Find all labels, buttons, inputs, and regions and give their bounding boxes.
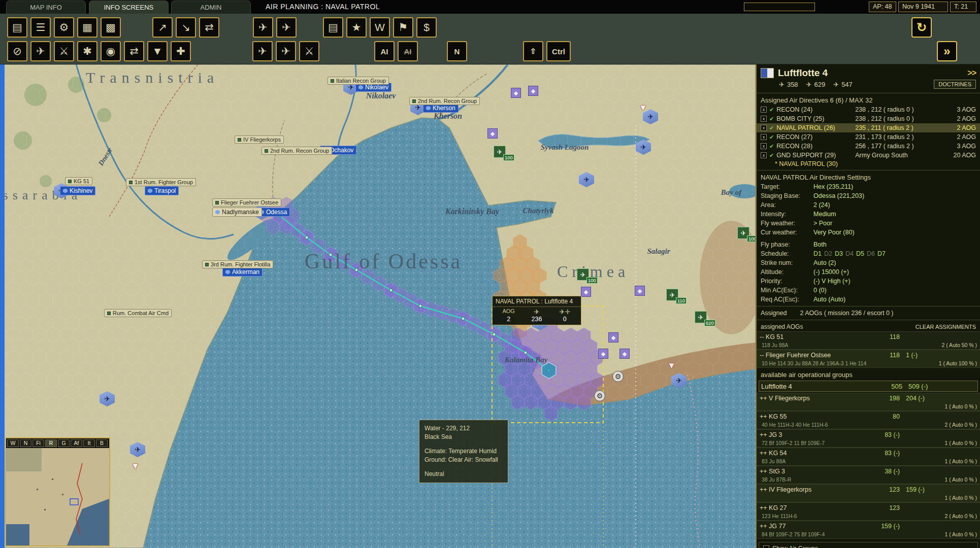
minimap-filter-fi[interactable]: Fi <box>32 439 44 447</box>
construction-unit-icon[interactable]: ⚙ <box>594 390 605 401</box>
air-group-move-icon[interactable]: ✈ <box>276 41 296 61</box>
setting-value[interactable]: (-) 15000 (+) <box>813 268 849 276</box>
directive-checkbox[interactable]: x <box>761 134 767 140</box>
air-battle-locations-icon[interactable]: ⚔ <box>299 41 319 61</box>
victory-screen-icon[interactable]: ★ <box>346 17 367 38</box>
commerce-icon[interactable]: $ <box>416 17 437 38</box>
air-group-auto-setting[interactable]: 2 ( Auto 50 % ) <box>942 342 977 348</box>
air-group-auto-setting[interactable]: 1 ( Auto 0 % ) <box>944 403 977 409</box>
setting-value[interactable]: 2 (24) <box>813 201 830 209</box>
air-group-row[interactable]: ++ V Fliegerkorps198204 (-)1 ( Auto 0 % … <box>757 393 980 411</box>
air-unit-label[interactable]: 3rd Rum. Fighter Flotilla <box>202 260 273 268</box>
airfield-attack-icon[interactable]: ▼ <box>147 41 168 61</box>
directive-row[interactable]: x✔RECON (27)231 , 173 ( radius 2 )2 AOG <box>757 132 980 142</box>
minimap[interactable]: WNFiRGAfItB <box>5 437 110 546</box>
air-group-auto-setting[interactable]: 1 ( Auto 0 % ) <box>944 531 977 537</box>
directive-checkbox[interactable]: x <box>761 107 767 113</box>
air-directive-a-icon[interactable]: ✈ <box>253 17 273 38</box>
air-group-row[interactable]: ++ StG 338 (-)38 Ju 87B-R1 ( Auto 0 % ) <box>757 466 980 484</box>
support-unit-counter[interactable]: ◆ <box>528 86 538 96</box>
air-unit-counter[interactable]: ✈ <box>100 391 115 406</box>
air-unit-label[interactable]: KG 51 <box>65 177 92 185</box>
setting-value[interactable]: Both <box>813 241 827 248</box>
support-unit-counter[interactable]: ◆ <box>598 349 608 359</box>
notes-icon[interactable]: N <box>447 41 467 61</box>
interdiction-icon[interactable]: ✚ <box>171 41 191 61</box>
metrics-chart-icon[interactable]: ▦ <box>77 17 97 38</box>
support-unit-counter[interactable]: ◆ <box>608 332 618 342</box>
airfield-icon[interactable]: ✈620 <box>695 311 707 323</box>
air-group-row[interactable]: ++ IV Fliegerkorps123159 (-)1 ( Auto 0 %… <box>757 484 980 502</box>
city-label[interactable]: Kishinev <box>60 186 95 195</box>
minimap-filter-n[interactable]: N <box>20 439 31 447</box>
air-group-row[interactable]: ++ KG 558040 He 111H-3 40 He 111H-62 ( A… <box>757 411 980 429</box>
set-staging-base-icon[interactable]: ✈ <box>252 41 273 61</box>
schedule-day[interactable]: D4 <box>845 250 854 257</box>
refresh-icon[interactable]: ↻ <box>911 17 932 38</box>
shift-button[interactable]: ⇧ <box>523 41 543 61</box>
airfield-icon[interactable]: ✈100 <box>737 227 749 239</box>
airfield-icon[interactable]: ✈100 <box>577 268 589 281</box>
minimap-filter-w[interactable]: W <box>7 439 19 447</box>
setting-value[interactable]: > Poor <box>813 220 832 227</box>
schedule-days[interactable]: D1D2D3D4D5D6D7 <box>813 250 888 257</box>
schedule-day[interactable]: D1 <box>813 250 822 257</box>
ctrl-button[interactable]: Ctrl <box>546 41 571 61</box>
setting-value[interactable]: (-) V High (+) <box>813 278 851 285</box>
air-unit-label[interactable]: Italian Recon Group <box>328 77 389 85</box>
new-directive-row[interactable]: * NAVAL PATROL (30) <box>757 160 980 168</box>
air-transfer-icon[interactable]: ⇄ <box>124 41 144 61</box>
clear-assignments-button[interactable]: CLEAR ASSIGNMENTS <box>916 324 976 330</box>
info-screens-icon[interactable]: ▩ <box>101 17 121 38</box>
air-unit-label[interactable]: IV Fliegerkorps <box>235 135 284 144</box>
air-group-auto-setting[interactable]: 2 ( Auto 0 % ) <box>944 513 977 519</box>
air-group-row[interactable]: -- KG 51118118 Ju 88A2 ( Auto 50 % ) <box>757 331 980 350</box>
directive-row[interactable]: x✔NAVAL PATROL (26)235 , 211 ( radius 2 … <box>757 123 980 132</box>
transfer-mode-icon[interactable]: ⇄ <box>199 17 219 38</box>
support-unit-counter[interactable]: ◆ <box>511 88 521 98</box>
checkbox-icon[interactable] <box>763 545 769 548</box>
tab-info-screens[interactable]: INFO SCREENS <box>89 1 169 14</box>
logistics-report-icon[interactable]: ▤ <box>323 17 343 38</box>
air-unit-label[interactable]: 2nd Rum. Recon Group <box>262 147 332 155</box>
air-group-auto-setting[interactable]: 1 ( Auto 0 % ) <box>944 495 977 501</box>
next-screen-button[interactable]: » <box>937 41 957 61</box>
stand-down-icon[interactable]: ⊘ <box>7 41 27 61</box>
construction-unit-icon[interactable]: ⚙ <box>612 371 624 382</box>
directive-checkbox[interactable]: x <box>761 125 767 131</box>
ground-support-icon[interactable]: ⚔ <box>54 41 74 61</box>
air-group-row[interactable]: ++ KG 5483 (-)83 Ju 88A1 ( Auto 0 % ) <box>757 448 980 466</box>
minimap-filter-b[interactable]: B <box>96 439 108 447</box>
map-viewport[interactable]: TransnistriaBessarabiaGulf of OdessaCrim… <box>0 64 756 548</box>
expand-panel-button[interactable]: >> <box>967 68 976 78</box>
setting-value[interactable]: 0 (0) <box>813 287 827 294</box>
air-group-auto-setting[interactable]: 1 ( Auto 0 % ) <box>944 440 977 446</box>
air-group-auto-setting[interactable]: 1 ( Auto 100 % ) <box>939 360 977 366</box>
setting-value[interactable]: Medium <box>813 211 836 218</box>
air-group-row[interactable]: -- Flieger Fuehrer Ostsee1181 (-)10 He 1… <box>757 350 980 368</box>
air-group-auto-setting[interactable]: 2 ( Auto 0 % ) <box>944 422 977 428</box>
schedule-day[interactable]: D2 <box>824 250 832 257</box>
support-unit-counter[interactable]: ◆ <box>635 286 645 296</box>
city-label[interactable]: Tiraspol <box>145 186 179 195</box>
tab-admin[interactable]: ADMIN <box>171 1 251 14</box>
rail-mode-icon[interactable]: ↘ <box>176 17 196 38</box>
directive-checkbox[interactable]: x <box>761 143 767 149</box>
events-icon[interactable]: ⚑ <box>393 17 413 38</box>
move-mode-icon[interactable]: ↗ <box>152 17 173 38</box>
setting-value[interactable]: Odessa (221,203) <box>813 192 864 199</box>
directive-row[interactable]: x✔RECON (24)238 , 212 ( radius 0 )3 AOG <box>757 105 980 114</box>
schedule-day[interactable]: D3 <box>835 250 843 257</box>
air-group-auto-setting[interactable]: 1 ( Auto 0 % ) <box>944 458 977 464</box>
doctrines-button[interactable]: DOCTRINES <box>934 80 976 89</box>
air-unit-label[interactable]: 1st Rum. Fighter Group <box>126 178 196 186</box>
air-group-row[interactable]: ++ KG 27123123 He 111H-62 ( Auto 0 % ) <box>757 502 980 521</box>
minimap-filter-it[interactable]: It <box>83 439 95 447</box>
tab-map-info[interactable]: MAP INFO <box>6 1 86 14</box>
air-group-auto-setting[interactable]: 1 ( Auto 0 % ) <box>944 476 977 483</box>
directive-row[interactable]: x✔BOMB CITY (25)238 , 212 ( radius 0 )2 … <box>757 114 980 123</box>
available-root-row[interactable]: Luftflotte 4 505 509 (-) <box>759 381 978 392</box>
support-unit-counter[interactable]: ◆ <box>619 349 630 359</box>
directive-row[interactable]: x✔GND SUPPORT (29)Army Group South20 AOG <box>757 151 980 160</box>
bomb-city-icon[interactable]: ✱ <box>77 41 97 61</box>
